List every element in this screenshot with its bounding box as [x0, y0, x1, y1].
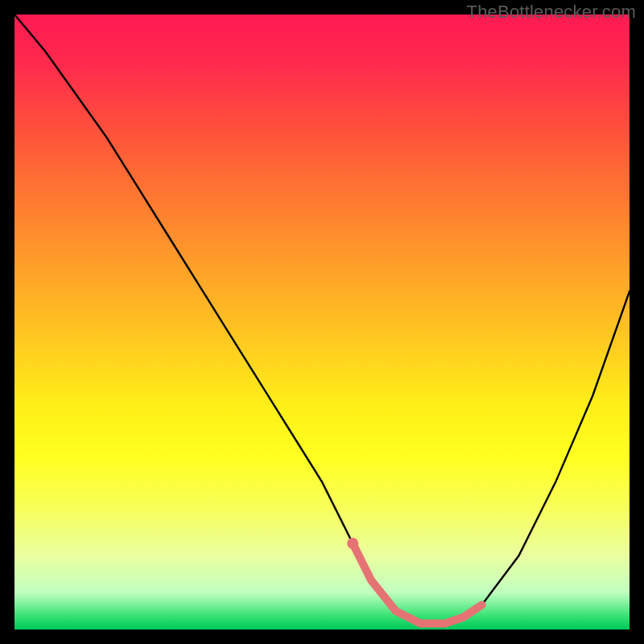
highlight-dot: [347, 538, 358, 549]
chart-area: [14, 14, 630, 630]
bottleneck-curve-line: [14, 14, 630, 623]
watermark-text: TheBottlenecker.com: [467, 2, 636, 23]
highlight-segment: [353, 543, 481, 623]
chart-svg: [14, 14, 630, 630]
